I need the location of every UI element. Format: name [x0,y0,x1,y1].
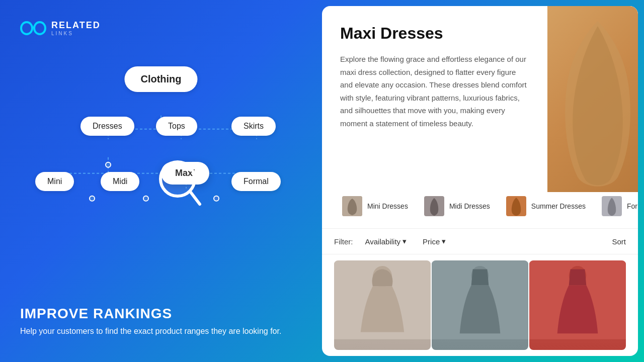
filter-label: Filter: [334,237,353,246]
node-skirts[interactable]: Skirts [231,117,276,136]
node-mini[interactable]: Mini [35,172,74,191]
category-item-midi[interactable]: Midi Dresses [416,192,498,220]
node-tops[interactable]: Tops [156,117,197,136]
formal-thumb [602,196,622,216]
product-description: Explore the flowing grace and effortless… [340,53,529,130]
svg-point-17 [214,196,219,201]
bottom-cta: IMPROVE RANKINGS Help your customers to … [20,306,302,347]
logo-sub: LINKS [51,31,101,36]
node-maxi[interactable]: Maxi [161,162,209,185]
sort-button[interactable]: Sort [612,237,626,246]
availability-chevron: ▾ [403,237,407,246]
dress-card-1-svg [334,260,431,341]
product-info: Maxi Dresses Explore the flowing grace a… [322,6,547,192]
logo-text: RELATED LINKS [51,20,101,36]
midi-label: Midi Dresses [449,202,490,210]
formal-label: Formal [627,202,638,210]
summer-label: Summer Dresses [531,202,586,210]
availability-filter[interactable]: Availability ▾ [361,235,411,248]
product-grid [322,254,638,356]
price-label: Price [423,237,440,246]
node-dresses[interactable]: Dresses [80,117,134,136]
price-filter[interactable]: Price ▾ [419,235,450,248]
category-row: Mini Dresses Midi Dresses Summer Dresses [322,192,638,229]
svg-point-16 [143,196,148,201]
svg-point-14 [106,162,111,167]
node-clothing[interactable]: Clothing [124,66,197,92]
svg-rect-0 [21,22,32,34]
category-item-summer[interactable]: Summer Dresses [498,192,594,220]
availability-label: Availability [365,237,401,246]
hero-fabric-svg [557,21,638,192]
logo-icon [20,15,46,41]
mini-thumb [342,196,362,216]
svg-rect-1 [34,22,45,34]
cta-headline: IMPROVE RANKINGS [20,306,302,322]
right-panel: Maxi Dresses Explore the flowing grace a… [322,6,638,356]
cta-description: Help your customers to find the exact pr… [20,326,302,337]
mini-label: Mini Dresses [367,202,408,210]
product-card-2[interactable] [432,260,528,350]
dress-card-2-svg [432,260,528,341]
svg-line-19 [190,192,200,204]
logo-name: RELATED [51,20,101,31]
product-title: Maxi Dresses [340,24,529,43]
category-item-formal[interactable]: Formal [594,192,638,220]
category-item-mini[interactable]: Mini Dresses [334,192,416,220]
product-card-1[interactable] [334,260,431,350]
product-card-3[interactable] [529,260,626,350]
price-chevron: ▾ [442,237,446,246]
logo-area: RELATED LINKS [20,15,302,41]
dress-card-3-svg [529,260,626,341]
midi-thumb [424,196,444,216]
svg-point-15 [90,196,95,201]
summer-thumb [506,196,526,216]
node-midi[interactable]: Midi [101,172,139,191]
product-header: Maxi Dresses Explore the flowing grace a… [322,6,638,192]
left-panel: RELATED LINKS [0,0,322,362]
mindmap: Clothing Dresses Tops Skirts Mini Midi M… [20,61,302,306]
filter-bar: Filter: Availability ▾ Price ▾ Sort [322,229,638,254]
node-formal[interactable]: Formal [231,172,281,191]
product-hero-image [547,6,638,192]
